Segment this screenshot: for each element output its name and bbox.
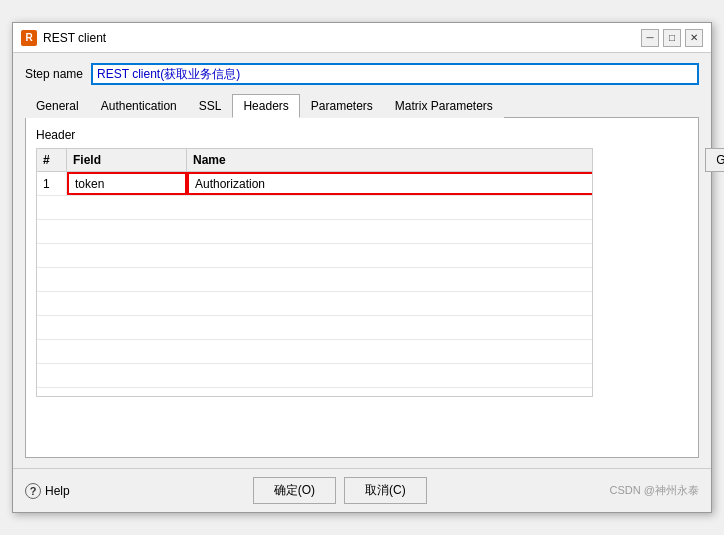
empty-table-area <box>37 196 592 396</box>
main-content: Step name General Authentication SSL Hea… <box>13 53 711 468</box>
header-table: # Field Name 1 token Authorization <box>36 148 593 397</box>
col-header-num: # <box>37 149 67 171</box>
table-header-row: # Field Name <box>37 149 592 172</box>
tab-authentication[interactable]: Authentication <box>90 94 188 118</box>
empty-row-8 <box>37 364 592 388</box>
confirm-button[interactable]: 确定(O) <box>253 477 336 504</box>
empty-row-5 <box>37 292 592 316</box>
col-header-field: Field <box>67 149 187 171</box>
empty-row-3 <box>37 244 592 268</box>
col-header-name: Name <box>187 149 592 171</box>
watermark: CSDN @神州永泰 <box>610 483 699 498</box>
step-name-label: Step name <box>25 67 83 81</box>
rest-client-window: R REST client ─ □ ✕ Step name General Au… <box>12 22 712 513</box>
panel-section-title: Header <box>36 128 688 142</box>
footer: ? Help 确定(O) 取消(C) CSDN @神州永泰 <box>13 468 711 512</box>
title-bar: R REST client ─ □ ✕ <box>13 23 711 53</box>
headers-panel: Header # Field Name 1 token <box>25 118 699 458</box>
step-name-row: Step name <box>25 63 699 85</box>
get-fields-button[interactable]: Get fields <box>705 148 724 172</box>
tab-parameters[interactable]: Parameters <box>300 94 384 118</box>
close-button[interactable]: ✕ <box>685 29 703 47</box>
help-icon: ? <box>25 483 41 499</box>
tab-ssl[interactable]: SSL <box>188 94 233 118</box>
tab-bar: General Authentication SSL Headers Param… <box>25 93 699 118</box>
header-table-wrapper: # Field Name 1 token Authorization <box>36 148 593 397</box>
tab-matrix-parameters[interactable]: Matrix Parameters <box>384 94 504 118</box>
tab-general[interactable]: General <box>25 94 90 118</box>
empty-row-4 <box>37 268 592 292</box>
empty-row-6 <box>37 316 592 340</box>
cancel-button[interactable]: 取消(C) <box>344 477 427 504</box>
minimize-button[interactable]: ─ <box>641 29 659 47</box>
cell-row1-name[interactable]: Authorization <box>187 172 592 195</box>
panel-body: # Field Name 1 token Authorization <box>36 148 688 397</box>
footer-buttons: 确定(O) 取消(C) <box>253 477 427 504</box>
empty-row-2 <box>37 220 592 244</box>
tab-headers[interactable]: Headers <box>232 94 299 118</box>
cell-row1-num: 1 <box>37 172 67 195</box>
help-label: Help <box>45 484 70 498</box>
footer-left: ? Help <box>25 483 70 499</box>
cell-row1-field[interactable]: token <box>67 172 187 195</box>
step-name-input[interactable] <box>91 63 699 85</box>
window-controls: ─ □ ✕ <box>641 29 703 47</box>
empty-row-7 <box>37 340 592 364</box>
restore-button[interactable]: □ <box>663 29 681 47</box>
empty-row-1 <box>37 196 592 220</box>
table-row: 1 token Authorization <box>37 172 592 196</box>
window-title: REST client <box>43 31 641 45</box>
app-icon: R <box>21 30 37 46</box>
help-button[interactable]: ? Help <box>25 483 70 499</box>
